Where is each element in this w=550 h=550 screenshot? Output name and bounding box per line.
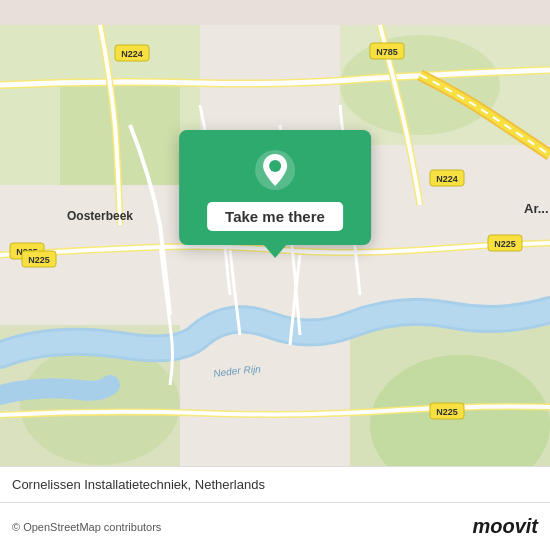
svg-text:Oosterbeek: Oosterbeek (67, 209, 133, 223)
location-pin-icon (253, 148, 297, 192)
map-container: Neder Rijn N224 N785 N224 N225 N225 N225… (0, 0, 550, 550)
location-bar: Cornelissen Installatietechniek, Netherl… (0, 466, 550, 502)
svg-point-28 (269, 160, 281, 172)
popup-box: Take me there (179, 130, 371, 245)
attribution-text: © OpenStreetMap contributors (12, 521, 161, 533)
svg-text:N224: N224 (436, 174, 458, 184)
svg-text:N225: N225 (28, 255, 50, 265)
take-me-there-button[interactable]: Take me there (207, 202, 343, 231)
svg-point-4 (340, 35, 500, 135)
svg-text:N225: N225 (436, 407, 458, 417)
bottom-bar: © OpenStreetMap contributors moovit (0, 502, 550, 550)
location-name: Cornelissen Installatietechniek, Netherl… (12, 477, 265, 492)
popup: Take me there (179, 130, 371, 258)
svg-text:N785: N785 (376, 47, 398, 57)
svg-point-8 (20, 345, 180, 465)
svg-text:Ar...: Ar... (524, 201, 549, 216)
moovit-brand-text: moovit (472, 515, 538, 538)
moovit-label: moovit (472, 515, 538, 537)
svg-text:N225: N225 (494, 239, 516, 249)
svg-text:N224: N224 (121, 49, 143, 59)
popup-arrow (263, 244, 287, 258)
moovit-logo: moovit (472, 515, 538, 538)
